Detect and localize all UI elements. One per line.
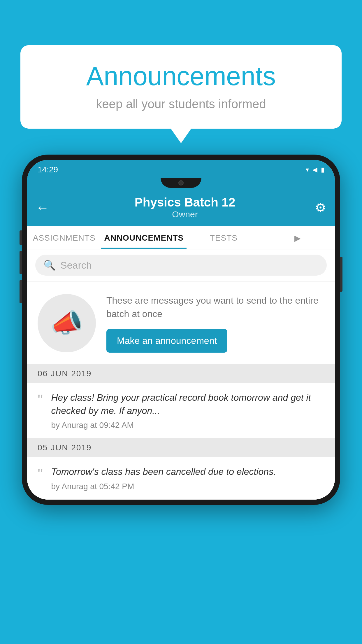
phone-screen: 14:29 ▾ ◀ ▮ ← Physics Batch 12 Owner ⚙ A xyxy=(27,160,335,500)
status-time: 14:29 xyxy=(38,165,58,174)
speech-bubble-title: Announcements xyxy=(38,61,324,91)
back-button[interactable]: ← xyxy=(36,200,49,215)
notch-bump xyxy=(161,178,201,188)
announcement-meta-2: by Anurag at 05:42 PM xyxy=(51,482,276,491)
speech-bubble-tail xyxy=(171,129,191,143)
phone-mockup: 14:29 ▾ ◀ ▮ ← Physics Batch 12 Owner ⚙ A xyxy=(22,155,340,505)
tab-assignments[interactable]: ASSIGNMENTS xyxy=(27,226,101,249)
search-placeholder: Search xyxy=(60,260,92,271)
announcement-text-2: Tomorrow's class has been cancelled due … xyxy=(51,465,276,478)
make-announcement-button[interactable]: Make an announcement xyxy=(106,329,227,353)
announcement-prompt-text: These are messages you want to send to t… xyxy=(106,294,324,353)
quote-icon-2: " xyxy=(38,466,43,482)
quote-icon-1: " xyxy=(38,392,43,407)
megaphone-icon: 📣 xyxy=(50,308,83,338)
announcement-icon-circle: 📣 xyxy=(38,294,96,352)
search-bar[interactable]: 🔍 Search xyxy=(35,255,327,276)
settings-icon[interactable]: ⚙ xyxy=(315,200,326,215)
tab-tests[interactable]: TESTS xyxy=(187,226,261,249)
tab-more[interactable]: ▶ xyxy=(261,226,335,249)
header-title: Physics Batch 12 xyxy=(55,195,315,209)
date-label-2: 05 JUN 2019 xyxy=(38,443,92,452)
prompt-description: These are messages you want to send to t… xyxy=(106,294,324,321)
volume-button-top xyxy=(20,230,22,245)
content-area: 🔍 Search 📣 These are messages you want t… xyxy=(27,249,335,500)
announcement-prompt-card: 📣 These are messages you want to send to… xyxy=(27,282,335,364)
power-button xyxy=(340,257,342,292)
announcement-meta-1: by Anurag at 09:42 AM xyxy=(51,421,324,430)
date-label-1: 06 JUN 2019 xyxy=(38,369,92,378)
camera-dot xyxy=(178,180,184,186)
date-separator-2: 05 JUN 2019 xyxy=(27,438,335,457)
search-icon: 🔍 xyxy=(43,259,56,271)
speech-bubble-card: Announcements keep all your students inf… xyxy=(20,45,342,129)
announcement-text-1: Hey class! Bring your practical record b… xyxy=(51,391,324,417)
header-title-group: Physics Batch 12 Owner xyxy=(55,195,315,219)
volume-button-up xyxy=(20,251,22,274)
status-bar: 14:29 ▾ ◀ ▮ xyxy=(27,160,335,178)
tab-announcements[interactable]: ANNOUNCEMENTS xyxy=(101,226,187,249)
wifi-icon: ▾ xyxy=(306,166,309,174)
app-header: ← Physics Batch 12 Owner ⚙ xyxy=(27,190,335,226)
header-subtitle: Owner xyxy=(55,209,315,219)
announcement-content-1: Hey class! Bring your practical record b… xyxy=(51,391,324,430)
volume-button-down xyxy=(20,280,22,303)
announcement-item-1[interactable]: " Hey class! Bring your practical record… xyxy=(27,383,335,439)
speech-bubble-section: Announcements keep all your students inf… xyxy=(20,45,342,143)
signal-icon: ◀ xyxy=(312,166,317,174)
search-bar-container: 🔍 Search xyxy=(27,249,335,281)
status-icons: ▾ ◀ ▮ xyxy=(306,166,324,174)
battery-icon: ▮ xyxy=(321,166,324,174)
notch xyxy=(27,178,335,190)
speech-bubble-subtitle: keep all your students informed xyxy=(38,97,324,111)
announcement-item-2[interactable]: " Tomorrow's class has been cancelled du… xyxy=(27,457,335,500)
date-separator-1: 06 JUN 2019 xyxy=(27,364,335,383)
announcement-content-2: Tomorrow's class has been cancelled due … xyxy=(51,465,276,491)
tabs-bar: ASSIGNMENTS ANNOUNCEMENTS TESTS ▶ xyxy=(27,226,335,249)
